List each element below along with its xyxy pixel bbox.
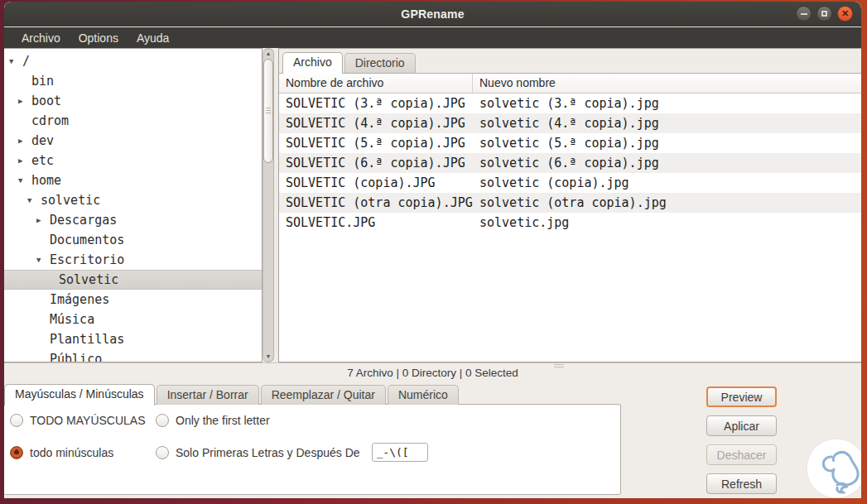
tab-num-rico[interactable]: Numérico (388, 385, 459, 405)
tab-directorio[interactable]: Directorio (344, 53, 416, 73)
radio-label: todo minúsculas (30, 446, 113, 459)
tree-scrollbar[interactable]: ▲ ▼ (263, 48, 274, 362)
old-filename: SOLVETIC (otra copia).JPG (279, 195, 473, 210)
tree-item-bin[interactable]: bin (4, 71, 262, 91)
expander-expanded-icon[interactable]: ▼ (36, 256, 50, 264)
close-icon: ✕ (841, 9, 849, 18)
menu-item-ayuda[interactable]: Ayuda (129, 30, 176, 46)
table-row[interactable]: SOLVETIC (copia).JPGsolvetic (copia).jpg (279, 173, 861, 193)
tree-item-plantillas[interactable]: Plantillas (4, 329, 262, 349)
file-list-panel: ArchivoDirectorio Nombre de archivo Nuev… (278, 48, 861, 362)
solvetic-logo (806, 438, 861, 498)
radio-todo-mayusculas[interactable]: TODO MAYÚSCULAS (10, 414, 156, 427)
minimize-button[interactable] (796, 6, 812, 22)
tab-reemplazar-quitar[interactable]: Reemplazar / Quitar (261, 385, 386, 405)
tab-archivo[interactable]: Archivo (282, 52, 343, 74)
expander-expanded-icon[interactable]: ▼ (18, 176, 31, 185)
column-header-old-name[interactable]: Nombre de archivo (279, 74, 473, 93)
window-controls: ✕ (796, 6, 853, 22)
table-header: Nombre de archivo Nuevo nombre (279, 74, 861, 94)
tree-item-label: Plantillas (50, 332, 124, 347)
tree-item-label: dev (31, 133, 54, 148)
gprename-window: GPRename ✕ ArchivoOptionsAyuda ▼/bin▶boo… (4, 2, 861, 498)
aplicar-button[interactable]: Aplicar (706, 415, 777, 436)
table-row[interactable]: SOLVETIC (5.ª copia).JPGsolvetic (5.ª co… (279, 133, 861, 153)
maximize-icon (821, 11, 827, 17)
old-filename: SOLVETIC (4.ª copia).JPG (279, 116, 473, 131)
new-filename: solvetic (5.ª copia).jpg (473, 136, 861, 151)
scrollbar-thumb[interactable] (263, 59, 273, 163)
new-filename: solvetic (3.ª copia).jpg (473, 96, 861, 111)
tab-may-sculas-min-sculas[interactable]: Mayúsculas / Minúsculas (4, 384, 155, 406)
case-options-pane: TODO MAYÚSCULAS Only the first letter to… (4, 404, 621, 495)
table-row[interactable]: SOLVETIC (otra copia).JPGsolvetic (otra … (279, 193, 861, 213)
refresh-button[interactable]: Refresh (706, 473, 777, 494)
rename-options-section: Mayúsculas / MinúsculasInsertar / Borrar… (4, 382, 861, 498)
tab-insertar-borrar[interactable]: Insertar / Borrar (157, 385, 259, 405)
old-filename: SOLVETIC (5.ª copia).JPG (279, 136, 473, 151)
tree-item-escritorio[interactable]: ▼Escritorio (4, 250, 262, 270)
radio-icon[interactable] (156, 446, 169, 459)
table-row[interactable]: SOLVETIC.JPGsolvetic.jpg (279, 213, 861, 233)
tree-item-label: Descargas (50, 213, 117, 228)
tree-item-label: Imágenes (50, 292, 109, 307)
new-filename: solvetic (otra copia).jpg (473, 195, 861, 210)
tree-item-label: / (22, 54, 30, 69)
expander-collapsed-icon[interactable]: ▶ (36, 216, 50, 224)
table-row[interactable]: SOLVETIC (3.ª copia).JPGsolvetic (3.ª co… (279, 94, 861, 113)
radio-label: TODO MAYÚSCULAS (30, 414, 146, 427)
scroll-down-icon[interactable]: ▼ (266, 352, 272, 362)
deshacer-button: Deshacer (706, 444, 777, 465)
column-header-new-name[interactable]: Nuevo nombre (473, 74, 861, 93)
tree-item-cdrom[interactable]: cdrom (4, 111, 262, 131)
file-tabs: ArchivoDirectorio (279, 49, 861, 74)
tree-item-imágenes[interactable]: Imágenes (4, 290, 262, 310)
tree-item-home[interactable]: ▼home (4, 170, 262, 190)
maximize-button[interactable] (816, 6, 832, 22)
tree-item-dev[interactable]: ▶dev (4, 131, 262, 151)
tree-item-boot[interactable]: ▶boot (4, 91, 262, 111)
option-tabs: Mayúsculas / MinúsculasInsertar / Borrar… (4, 382, 861, 405)
separator-chars-input[interactable] (372, 443, 428, 462)
tree-item-label: Documentos (50, 233, 124, 247)
expander-expanded-icon[interactable]: ▼ (27, 196, 41, 204)
expander-collapsed-icon[interactable]: ▶ (18, 137, 31, 145)
table-row[interactable]: SOLVETIC (4.ª copia).JPGsolvetic (4.ª co… (279, 113, 861, 133)
file-table-body: SOLVETIC (3.ª copia).JPGsolvetic (3.ª co… (279, 94, 861, 233)
tree-item-público[interactable]: Público (4, 349, 262, 362)
radio-todo-minusculas[interactable]: todo minúsculas (10, 446, 156, 459)
tree-item-documentos[interactable]: Documentos (4, 230, 262, 250)
tree-item-/[interactable]: ▼/ (4, 51, 262, 71)
titlebar[interactable]: GPRename ✕ (4, 2, 861, 26)
tree-item-solvetic[interactable]: ▼solvetic (4, 190, 262, 210)
main-area: ▼/bin▶bootcdrom▶dev▶etc▼home▼solvetic▶De… (4, 48, 861, 362)
directory-tree: ▼/bin▶bootcdrom▶dev▶etc▼home▼solvetic▶De… (4, 48, 263, 362)
close-button[interactable]: ✕ (837, 6, 853, 22)
new-filename: solvetic (4.ª copia).jpg (473, 116, 861, 131)
tree-item-música[interactable]: Música (4, 310, 262, 329)
expander-expanded-icon[interactable]: ▼ (9, 57, 22, 65)
paned-grip[interactable] (554, 364, 564, 368)
scroll-up-icon[interactable]: ▲ (266, 49, 272, 59)
tree-item-label: Público (50, 352, 102, 362)
tree-item-solvetic[interactable]: Solvetic (4, 270, 262, 290)
expander-collapsed-icon[interactable]: ▶ (18, 97, 31, 105)
status-text: 7 Archivo | 0 Directory | 0 Selected (347, 367, 518, 379)
menu-item-options[interactable]: Options (71, 30, 126, 46)
radio-only-first-letter[interactable]: Only the first letter (156, 414, 428, 427)
table-row[interactable]: SOLVETIC (6.ª copia).JPGsolvetic (6.ª co… (279, 153, 861, 173)
tree-item-etc[interactable]: ▶etc (4, 151, 262, 170)
radio-icon[interactable] (10, 414, 23, 427)
tree-item-descargas[interactable]: ▶Descargas (4, 210, 262, 230)
radio-icon[interactable] (156, 414, 169, 427)
new-filename: solvetic (6.ª copia).jpg (473, 156, 861, 170)
menubar: ArchivoOptionsAyuda (4, 27, 861, 48)
new-filename: solvetic (copia).jpg (473, 175, 861, 190)
expander-collapsed-icon[interactable]: ▶ (18, 156, 31, 165)
radio-solo-primeras-letras[interactable]: Solo Primeras Letras y Después De (156, 443, 428, 462)
tree-item-label: Escritorio (50, 252, 124, 267)
radio-icon[interactable] (10, 446, 23, 459)
minimize-icon (801, 13, 807, 15)
menu-item-archivo[interactable]: Archivo (14, 30, 68, 46)
tree-item-label: etc (31, 153, 54, 168)
